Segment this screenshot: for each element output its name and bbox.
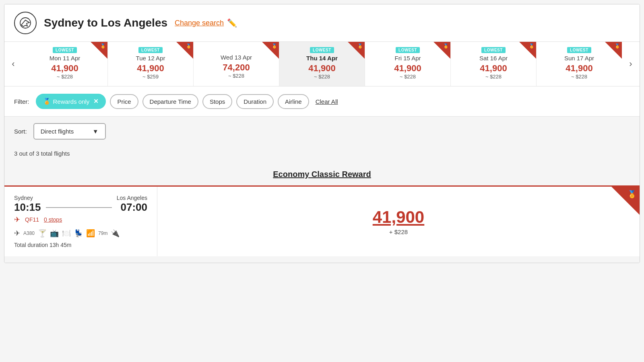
lowest-badge: LOWEST xyxy=(567,47,591,53)
date-usd: ~ $228 xyxy=(453,74,534,80)
sort-bar: Sort: Direct flights ▼ xyxy=(4,117,640,146)
chip-label: Departure Time xyxy=(150,98,191,105)
prev-date-button[interactable]: ‹ xyxy=(4,42,22,86)
route-line xyxy=(46,207,112,208)
flight-number-link[interactable]: QF11 xyxy=(25,216,39,223)
lowest-badge: LOWEST xyxy=(53,47,77,53)
arrival-time: 07:00 xyxy=(117,201,147,214)
results-count: 3 out of 3 total flights xyxy=(4,146,640,163)
date-price: 41,900 xyxy=(282,63,362,74)
date-price: 41,900 xyxy=(110,63,191,74)
filter-chip-stops[interactable]: Stops xyxy=(202,94,232,109)
chip-label: Stops xyxy=(210,98,225,105)
usb-icon: 🔌 xyxy=(111,229,120,238)
reward-icon: 🏅 xyxy=(529,43,535,49)
lowest-badge: LOWEST xyxy=(138,47,163,53)
reward-icon: 🏅 xyxy=(357,43,363,49)
origin-city: Sydney xyxy=(14,195,41,201)
filter-label: Filter: xyxy=(14,98,29,105)
qantas-logo-icon: ✈ xyxy=(14,215,20,224)
reward-corner-icon: 🏅 xyxy=(611,187,640,215)
lowest-badge: LOWEST xyxy=(310,47,334,53)
date-cell-5[interactable]: LOWEST🏅Sat 16 Apr41,900~ $228 xyxy=(451,42,537,86)
date-usd: ~ $228 xyxy=(367,74,448,80)
date-label: Sat 16 Apr xyxy=(453,55,534,62)
date-cells: LOWEST🏅Mon 11 Apr41,900~ $228LOWEST🏅Tue … xyxy=(22,42,622,86)
date-usd: ~ $228 xyxy=(282,74,362,80)
seat-icon: 💺 xyxy=(74,229,83,238)
date-price: 41,900 xyxy=(453,63,534,74)
wifi-label: 79m xyxy=(98,230,107,236)
filter-bar: Filter: 🏅Rewards only✕PriceDeparture Tim… xyxy=(4,86,640,117)
sort-dropdown[interactable]: Direct flights ▼ xyxy=(33,123,106,140)
filter-chip-rewards-only[interactable]: 🏅Rewards only✕ xyxy=(36,94,106,109)
date-cell-1[interactable]: LOWEST🏅Tue 12 Apr41,900~ $259 xyxy=(108,42,194,86)
fare-section-title[interactable]: Economy Classic Reward xyxy=(4,163,640,185)
reward-icon: 🏅 xyxy=(615,43,620,49)
food-icon: 🍽️ xyxy=(62,229,71,238)
clear-all-button[interactable]: Clear All xyxy=(316,98,338,105)
date-label: Wed 13 Apr xyxy=(196,54,277,61)
departure-time: 10:15 xyxy=(14,201,41,214)
close-icon[interactable]: ✕ xyxy=(93,98,99,105)
logo-icon xyxy=(14,12,37,34)
chevron-down-icon: ▼ xyxy=(93,128,99,135)
filter-chip-departure-time[interactable]: Departure Time xyxy=(142,94,198,109)
date-cell-2[interactable]: 🏅Wed 13 Apr74,200~ $228 xyxy=(194,42,279,86)
pencil-icon[interactable]: ✏️ xyxy=(227,18,237,28)
rewards-icon: 🏅 xyxy=(43,98,51,105)
lowest-badge: LOWEST xyxy=(396,47,420,53)
flight-route: Sydney 10:15 Los Angeles 07:00 xyxy=(14,195,147,214)
price-section: 🏅 41,900 + $228 xyxy=(157,187,640,256)
date-price: 41,900 xyxy=(539,63,619,74)
amenities-row: ✈ A380 🍸 📺 🍽️ 💺 📶 79m 🔌 xyxy=(14,229,147,238)
filter-chips: 🏅Rewards only✕PriceDeparture TimeStopsDu… xyxy=(36,94,309,109)
reward-icon: 🏅 xyxy=(443,43,449,49)
aircraft-icon: ✈ xyxy=(14,229,20,238)
flight-meta: ✈ QF11 0 stops xyxy=(14,215,147,224)
flight-info: Sydney 10:15 Los Angeles 07:00 ✈ QF11 0 … xyxy=(4,187,157,256)
date-cell-4[interactable]: LOWEST🏅Fri 15 Apr41,900~ $228 xyxy=(365,42,451,86)
change-search-link[interactable]: Change search xyxy=(175,19,224,27)
flight-price-usd: + $228 xyxy=(389,228,408,235)
tv-icon: 📺 xyxy=(50,229,59,238)
chip-label: Duration xyxy=(244,98,266,105)
date-label: Mon 11 Apr xyxy=(25,55,105,62)
sort-label: Sort: xyxy=(14,128,27,135)
date-cell-6[interactable]: LOWEST🏅Sun 17 Apr41,900~ $228 xyxy=(537,42,622,86)
flight-price-points[interactable]: 41,900 xyxy=(373,208,424,227)
date-label: Sun 17 Apr xyxy=(539,55,619,62)
next-date-button[interactable]: › xyxy=(622,42,640,86)
page-wrapper: Sydney to Los Angeles Change search ✏️ ‹… xyxy=(4,4,640,263)
reward-icon: 🏅 xyxy=(272,43,277,49)
reward-badge-icon: 🏅 xyxy=(627,190,636,199)
chip-label: Airline xyxy=(285,98,302,105)
lowest-badge: LOWEST xyxy=(481,47,506,53)
reward-icon: 🏅 xyxy=(100,43,106,49)
header: Sydney to Los Angeles Change search ✏️ xyxy=(4,4,640,42)
date-price: 41,900 xyxy=(367,63,448,74)
chip-label: Price xyxy=(117,98,131,105)
filter-chip-duration[interactable]: Duration xyxy=(236,94,274,109)
date-usd: ~ $228 xyxy=(539,74,619,80)
aircraft-label: A380 xyxy=(23,230,35,236)
date-price: 74,200 xyxy=(196,62,277,73)
destination-city: Los Angeles xyxy=(117,195,147,201)
date-label: Tue 12 Apr xyxy=(110,55,191,62)
total-duration: Total duration 13h 45m xyxy=(14,242,147,248)
filter-chip-airline[interactable]: Airline xyxy=(278,94,309,109)
date-cell-3[interactable]: LOWEST🏅Thu 14 Apr41,900~ $228 xyxy=(279,42,365,86)
date-label: Fri 15 Apr xyxy=(367,55,448,62)
date-selector: ‹ LOWEST🏅Mon 11 Apr41,900~ $228LOWEST🏅Tu… xyxy=(4,42,640,86)
stops-link[interactable]: 0 stops xyxy=(44,216,62,223)
reward-icon: 🏅 xyxy=(186,43,192,49)
meal-icon: 🍸 xyxy=(38,229,47,238)
filter-chip-price[interactable]: Price xyxy=(110,94,138,109)
date-label: Thu 14 Apr xyxy=(282,55,362,62)
chip-label: Rewards only xyxy=(53,98,90,105)
date-usd: ~ $228 xyxy=(196,73,277,79)
wifi-icon: 📶 xyxy=(86,229,95,238)
date-cell-0[interactable]: LOWEST🏅Mon 11 Apr41,900~ $228 xyxy=(22,42,108,86)
date-usd: ~ $228 xyxy=(25,74,105,80)
date-price: 41,900 xyxy=(25,63,105,74)
